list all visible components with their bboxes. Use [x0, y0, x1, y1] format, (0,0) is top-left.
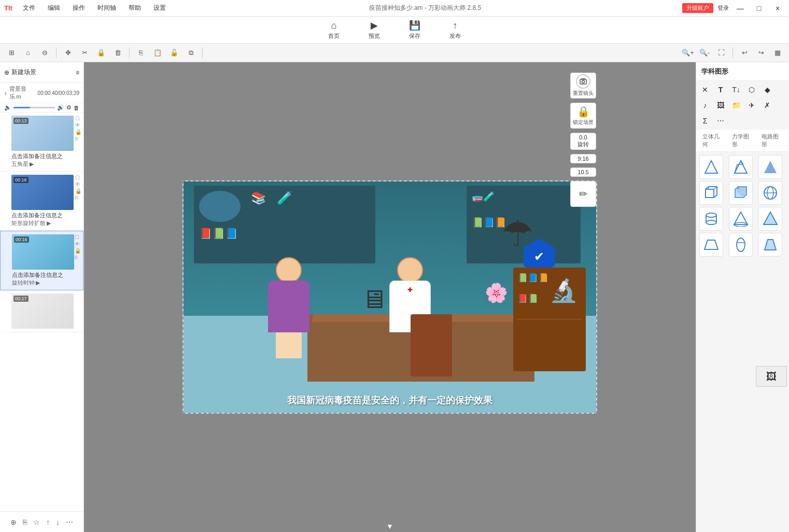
menu-operate[interactable]: 操作 — [71, 3, 87, 13]
icon-music[interactable]: ♪ — [698, 99, 712, 112]
tb2-cut[interactable]: ✂ — [77, 46, 92, 60]
tb2-zoom-out[interactable]: 🔍- — [697, 46, 712, 60]
shape-frustum[interactable] — [758, 233, 782, 257]
tb2-zoom-in[interactable]: 🔍+ — [681, 46, 695, 60]
speed-value[interactable]: 10.5 — [570, 167, 596, 177]
scene-checkbox-3[interactable]: ☐ — [75, 234, 81, 240]
aspect-ratio[interactable]: 9:16 — [570, 154, 596, 163]
icon-t2[interactable]: T↓ — [729, 83, 743, 96]
volume-slider[interactable] — [13, 107, 55, 108]
icon-image[interactable]: 🖼 — [714, 99, 727, 112]
lock-scene-button[interactable]: 🔒 锁定场景 — [570, 103, 596, 129]
scene-eye-3[interactable]: 👁 — [75, 241, 81, 247]
sort-icon[interactable]: ≡ — [76, 69, 79, 76]
scene-lock-3[interactable]: 🔒 — [75, 248, 81, 254]
login-button[interactable]: 登录 — [717, 4, 729, 12]
scene-item-3[interactable]: 3 00:16 ☐ 👁 🔒 ⎘ 点击添加备注信息之 旋转时钟 ▶ — [0, 231, 83, 290]
icon-diamond[interactable]: ◆ — [760, 83, 774, 96]
shape-cube[interactable] — [699, 181, 723, 205]
home-button[interactable]: ⌂ 首页 — [322, 18, 346, 42]
lb-star[interactable]: ☆ — [32, 517, 41, 527]
shape-pyramid[interactable] — [758, 207, 782, 231]
menu-timeline[interactable]: 时间轴 — [95, 3, 118, 13]
preview-button[interactable]: ▶ 预览 — [362, 18, 386, 42]
shape-triangle[interactable] — [699, 155, 723, 179]
svg-marker-23 — [705, 240, 718, 249]
tb2-lock[interactable]: 🔒 — [94, 46, 108, 60]
icon-folder[interactable]: 📁 — [729, 99, 743, 112]
shape-cone[interactable] — [729, 207, 753, 231]
scene-eye-2[interactable]: 👁 — [75, 181, 81, 187]
tb2-minus[interactable]: ⊖ — [37, 46, 52, 60]
tb2-paste[interactable]: 📋 — [150, 46, 165, 60]
icon-shape[interactable]: ⬡ — [745, 83, 758, 96]
delete-icon[interactable]: 🗑 — [74, 105, 79, 111]
tb2-lock2[interactable]: 🔓 — [167, 46, 181, 60]
shape-box[interactable] — [729, 181, 753, 205]
scene-checkbox-1[interactable]: ☐ — [75, 116, 81, 121]
lb-copy[interactable]: ⎘ — [22, 517, 28, 527]
tb2-trash[interactable]: 🗑 — [110, 46, 125, 60]
scene-icons-3: ☐ 👁 🔒 ⎘ — [75, 234, 81, 260]
lb-add[interactable]: ⊕ — [9, 517, 18, 527]
lb-down[interactable]: ↓ — [55, 517, 61, 527]
scene-copy-3[interactable]: ⎘ — [75, 255, 81, 260]
tb2-home[interactable]: ⌂ — [21, 46, 35, 60]
shape-sphere[interactable] — [758, 181, 782, 205]
shape-prism[interactable] — [729, 155, 753, 179]
scene-copy-1[interactable]: ⎘ — [75, 136, 81, 142]
tb2-move[interactable]: ✥ — [61, 46, 75, 60]
menu-help[interactable]: 帮助 — [126, 3, 143, 13]
menu-edit[interactable]: 编辑 — [46, 3, 62, 13]
tab-circuit[interactable]: 电路图形 — [758, 132, 786, 149]
scene-thumbnail-right[interactable]: 🖼 — [756, 366, 787, 387]
menu-settings[interactable]: 设置 — [151, 3, 168, 13]
tb2-copy[interactable]: ⎘ — [134, 46, 148, 60]
right-panel-header: 学科图形 — [696, 62, 789, 81]
vol-down-icon[interactable]: 🔉 — [4, 104, 11, 111]
icon-t[interactable]: T — [714, 83, 727, 96]
scene-eye-1[interactable]: 👁 — [75, 122, 81, 128]
icon-dots[interactable]: ⋯ — [714, 114, 727, 128]
tb2-redo[interactable]: ↪ — [754, 46, 768, 60]
scene-item-2[interactable]: 2 00:16 ☐ 👁 🔒 ⎘ 点击添加备注信息之 矩形旋转扩散 ▶ — [0, 172, 83, 231]
shape-cylinder[interactable] — [699, 207, 723, 231]
scene-effect-2: 矩形旋转扩散 ▶ — [11, 219, 80, 227]
scene-lock-2[interactable]: 🔒 — [75, 188, 81, 194]
shape-trapezoid[interactable] — [699, 233, 723, 257]
shape-diamond[interactable] — [729, 233, 753, 257]
scene-item-4[interactable]: 4 00:17 — [0, 290, 83, 332]
lb-more[interactable]: ⋯ — [65, 517, 74, 527]
icon-x[interactable]: ✗ — [760, 99, 774, 112]
icon-sigma[interactable]: Σ — [698, 114, 712, 128]
tb2-grid[interactable]: ⊞ — [4, 46, 19, 60]
tab-mechanics[interactable]: 力学图形 — [729, 132, 756, 149]
scene-lock-1[interactable]: 🔒 — [75, 129, 81, 135]
tb2-fullscreen[interactable]: ⛶ — [714, 46, 728, 60]
upgrade-button[interactable]: 升级账户 — [682, 3, 713, 13]
publish-button[interactable]: ↑ 发布 — [443, 18, 467, 42]
minimize-button[interactable]: — — [733, 1, 748, 16]
tab-solid-geo[interactable]: 立体几何 — [699, 132, 727, 149]
tb2-stack[interactable]: ⧉ — [184, 46, 198, 60]
scene-checkbox-2[interactable]: ☐ — [75, 175, 81, 180]
edit-button[interactable]: ✏ — [570, 181, 596, 207]
icon-cross[interactable]: ✕ — [698, 83, 712, 96]
settings-icon[interactable]: ⚙ — [66, 104, 72, 111]
close-button[interactable]: × — [770, 1, 785, 16]
shape-triangle2[interactable] — [758, 155, 782, 179]
canvas-expand-arrow[interactable]: ▼ — [84, 521, 696, 532]
scene-copy-2[interactable]: ⎘ — [75, 195, 81, 201]
vol-up-icon[interactable]: 🔊 — [57, 104, 64, 111]
icon-plane[interactable]: ✈ — [745, 99, 758, 112]
rotation-value[interactable]: 0.0 旋转 — [570, 133, 596, 150]
save-button[interactable]: 💾 保存 — [403, 18, 427, 42]
reset-camera-button[interactable]: 重置镜头 — [570, 73, 596, 99]
tb2-undo[interactable]: ↩ — [737, 46, 752, 60]
tb2-more[interactable]: ▦ — [770, 46, 785, 60]
lb-up[interactable]: ↑ — [45, 517, 51, 527]
menu-file[interactable]: 文件 — [21, 3, 37, 13]
new-scene-button[interactable]: ⊕ 新建场景 — [4, 68, 36, 77]
maximize-button[interactable]: □ — [752, 1, 766, 16]
scene-item-1[interactable]: 1 00:13 ☐ 👁 🔒 ⎘ 点击添加备注信息之 五角星 ▶ — [0, 113, 83, 172]
